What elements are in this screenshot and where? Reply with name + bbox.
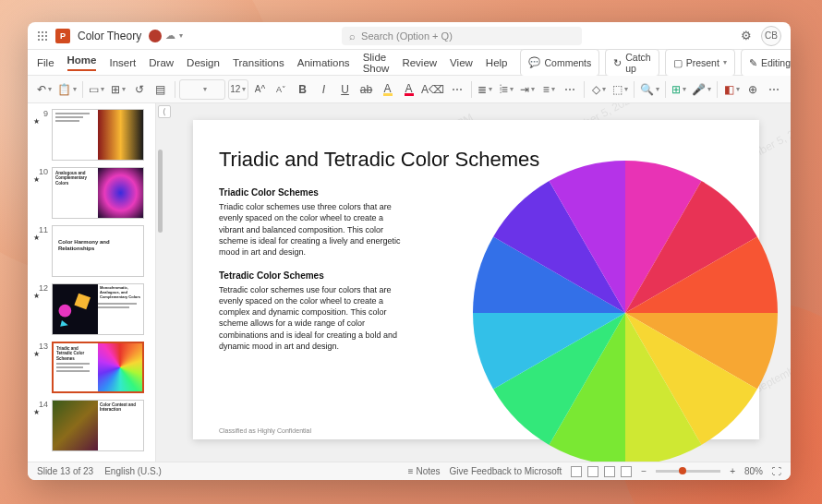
decrease-font-button[interactable]: A˅ <box>272 79 291 100</box>
undo-button[interactable]: ↶▾ <box>35 79 54 100</box>
menu-slideshow[interactable]: Slide Show <box>363 52 390 74</box>
indent-button[interactable]: ⇥▾ <box>518 79 537 100</box>
slideshow-view-icon[interactable] <box>621 466 632 477</box>
font-size-button[interactable]: 12▾ <box>228 79 248 100</box>
font-family-button[interactable]: ▾ <box>179 79 225 100</box>
search-input[interactable]: ⌕ Search (Option + Q) <box>342 27 582 45</box>
slide-thumbnail-panel: 9★ 10★ Analogous and Complementary Color… <box>28 103 156 462</box>
menu-file[interactable]: File <box>37 57 54 68</box>
zoom-slider[interactable] <box>656 470 720 473</box>
addons-button[interactable]: ⊕ <box>743 79 762 100</box>
italic-button[interactable]: I <box>315 79 333 100</box>
reset-button[interactable]: ↺ <box>130 79 149 100</box>
svg-point-5 <box>45 35 47 37</box>
slide-canvas[interactable]: ⟨ camille@mipsdkdemo.com September 5, 20… <box>156 103 791 462</box>
menu-review[interactable]: Review <box>402 57 437 68</box>
thumbnail-12[interactable]: 12★ Monochromatic, Analogous, and Comple… <box>28 282 155 337</box>
slide-content[interactable]: Triadic and Tetradic Color Schemes Triad… <box>193 120 759 439</box>
chevron-down-icon: ▾ <box>723 58 727 66</box>
app-launcher-icon[interactable] <box>37 30 48 42</box>
document-title[interactable]: Color Theory <box>78 30 141 42</box>
sorter-view-icon[interactable] <box>587 466 598 477</box>
align-button[interactable]: ≡▾ <box>539 79 558 100</box>
reading-view-icon[interactable] <box>604 466 615 477</box>
vertical-scrollbar[interactable] <box>158 113 163 452</box>
powerpoint-icon: P <box>55 29 70 43</box>
menu-view[interactable]: View <box>450 57 473 68</box>
menu-animations[interactable]: Animations <box>297 57 350 68</box>
present-icon: ▢ <box>673 57 683 68</box>
strike-button[interactable]: ab <box>357 79 376 100</box>
thumbnail-10[interactable]: 10★ Analogous and Complementary Colors <box>28 165 155 221</box>
menu-home[interactable]: Home <box>67 54 97 71</box>
svg-point-7 <box>42 39 43 41</box>
svg-point-1 <box>42 31 43 33</box>
comments-button[interactable]: 💬Comments <box>520 49 599 77</box>
color-wheel-image[interactable] <box>473 161 778 462</box>
search-placeholder: Search (Option + Q) <box>361 30 453 42</box>
editing-button[interactable]: ✎Editing▾ <box>741 49 791 77</box>
titlebar: P Color Theory ☁ ▾ ⌕ Search (Option + Q)… <box>28 22 791 50</box>
svg-point-4 <box>42 35 43 37</box>
section-button[interactable]: ▤ <box>151 79 170 100</box>
font-color-button[interactable]: A <box>400 79 418 100</box>
bullets-button[interactable]: ≣▾ <box>476 79 494 100</box>
bold-button[interactable]: B <box>294 79 312 100</box>
numbering-button[interactable]: ⦙≡▾ <box>497 79 515 100</box>
dictate-button[interactable]: 🎤▾ <box>691 79 712 100</box>
present-button[interactable]: ▢Present▾ <box>665 49 735 77</box>
menu-insert[interactable]: Insert <box>109 57 136 68</box>
thumbnail-13[interactable]: 13★ Triadic and Tetradic Color Schemes <box>28 340 155 395</box>
language-indicator[interactable]: English (U.S.) <box>104 466 162 476</box>
increase-font-button[interactable]: A^ <box>251 79 270 100</box>
slide-counter[interactable]: Slide 13 of 23 <box>37 466 93 476</box>
section-body-2[interactable]: Tetradic color schemes use four colors t… <box>219 284 404 352</box>
search-icon: ⌕ <box>349 30 356 42</box>
fit-to-window-button[interactable]: ⛶ <box>772 466 781 476</box>
underline-button[interactable]: U <box>336 79 355 100</box>
more-para-button[interactable]: ⋯ <box>561 79 579 100</box>
clear-format-button[interactable]: A⌫ <box>421 79 445 100</box>
thumbnail-11[interactable]: 11★ Color Harmony and Relationships <box>28 223 155 279</box>
comment-icon: 💬 <box>528 56 540 68</box>
normal-view-icon[interactable] <box>571 466 582 477</box>
svg-point-2 <box>45 31 47 33</box>
arrange-button[interactable]: ⬚▾ <box>610 79 629 100</box>
more-font-button[interactable]: ⋯ <box>448 79 466 100</box>
zoom-out-button[interactable]: − <box>641 466 647 476</box>
svg-rect-10 <box>74 294 91 310</box>
menu-draw[interactable]: Draw <box>149 57 174 68</box>
thumbnail-14[interactable]: 14★ Color Context and Interaction <box>28 398 155 453</box>
status-bar: Slide 13 of 23 English (U.S.) ≡ Notes Gi… <box>28 462 791 480</box>
notes-button[interactable]: ≡ Notes <box>408 466 441 476</box>
settings-icon[interactable]: ⚙ <box>741 29 752 42</box>
section-body-1[interactable]: Triadic color schemes use three colors t… <box>219 201 404 258</box>
svg-point-9 <box>59 305 72 318</box>
ribbon-toolbar: ↶▾ 📋▾ ▭▾ ⊞▾ ↺ ▤ ▾ 12▾ A^ A˅ B I U ab A A… <box>28 76 791 103</box>
new-slide-button[interactable]: ▭▾ <box>88 79 106 100</box>
designer-button[interactable]: ⊞▾ <box>670 79 688 100</box>
zoom-level[interactable]: 80% <box>744 466 763 476</box>
highlight-button[interactable]: A <box>379 79 397 100</box>
pencil-icon: ✎ <box>749 57 757 68</box>
menu-design[interactable]: Design <box>187 57 220 68</box>
layout-button[interactable]: ⊞▾ <box>109 79 127 100</box>
feedback-button[interactable]: Give Feedback to Microsoft <box>450 466 562 476</box>
catchup-button[interactable]: ↻Catch up <box>605 49 659 77</box>
menu-help[interactable]: Help <box>486 57 508 68</box>
classification-label: Classified as Highly Confidential <box>219 427 311 434</box>
find-button[interactable]: 🔍▾ <box>639 79 660 100</box>
svg-point-8 <box>45 39 47 41</box>
shapes-button[interactable]: ◇▾ <box>589 79 608 100</box>
thumbnail-9[interactable]: 9★ <box>28 107 155 162</box>
title-dropdown-icon[interactable]: ▾ <box>179 31 183 40</box>
paste-button[interactable]: 📋▾ <box>56 79 78 100</box>
sensitivity-indicator-icon[interactable] <box>149 30 162 42</box>
cloud-sync-icon[interactable]: ☁ <box>165 30 175 42</box>
sensitivity-button[interactable]: ◧▾ <box>722 79 741 100</box>
user-avatar[interactable]: CB <box>761 26 781 46</box>
more-button[interactable]: ⋯ <box>765 79 783 100</box>
menu-transitions[interactable]: Transitions <box>233 57 284 68</box>
zoom-in-button[interactable]: + <box>730 466 735 476</box>
svg-point-6 <box>38 39 40 41</box>
